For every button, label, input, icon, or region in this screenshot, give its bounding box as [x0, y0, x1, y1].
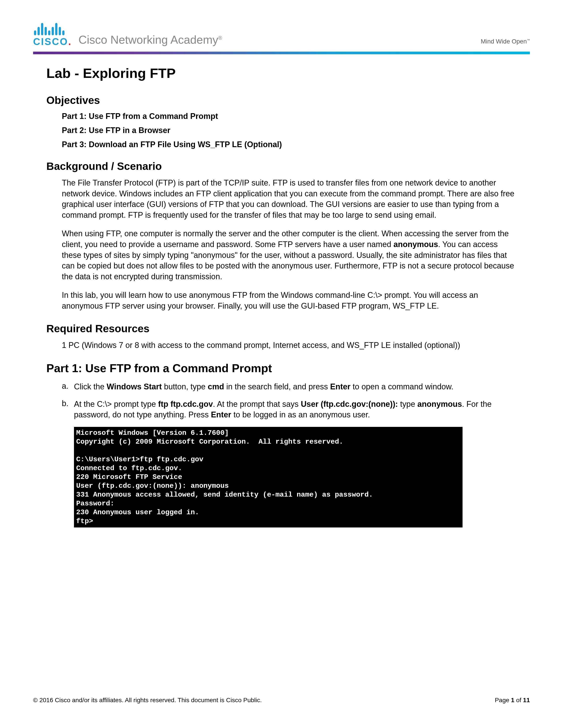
- background-paragraph: The File Transfer Protocol (FTP) is part…: [46, 178, 517, 220]
- tagline: Mind Wide Open™: [481, 38, 530, 47]
- lab-title: Lab - Exploring FTP: [46, 65, 517, 81]
- step-text: At the C:\> prompt type ftp ftp.cdc.gov.…: [74, 399, 517, 420]
- step-text: Click the Windows Start button, type cmd…: [74, 381, 517, 392]
- part1-heading: Part 1: Use FTP from a Command Prompt: [46, 362, 517, 375]
- paragraph-text: When using FTP, one computer is normally…: [62, 228, 517, 282]
- academy-title: Cisco Networking Academy®: [79, 33, 222, 47]
- objective-item: Part 1: Use FTP from a Command Prompt: [62, 112, 517, 121]
- objective-item: Part 2: Use FTP in a Browser: [62, 126, 517, 135]
- page-header: CISCO. Cisco Networking Academy® Mind Wi…: [33, 22, 530, 52]
- step-marker: b.: [62, 399, 74, 420]
- divider-gradient: [33, 52, 530, 54]
- step-a: a. Click the Windows Start button, type …: [62, 381, 517, 392]
- cisco-logo: CISCO.: [33, 22, 72, 47]
- cisco-bars-icon: [34, 22, 64, 35]
- background-paragraph: In this lab, you will learn how to use a…: [46, 290, 517, 311]
- objectives-heading: Objectives: [46, 94, 517, 106]
- logo-block: CISCO. Cisco Networking Academy®: [33, 22, 222, 47]
- step-marker: a.: [62, 381, 74, 392]
- paragraph-text: 1 PC (Windows 7 or 8 with access to the …: [62, 340, 517, 351]
- step-b: b. At the C:\> prompt type ftp ftp.cdc.g…: [62, 399, 517, 420]
- background-paragraph: When using FTP, one computer is normally…: [46, 228, 517, 282]
- objective-item: Part 3: Download an FTP File Using WS_FT…: [62, 140, 517, 149]
- background-heading: Background / Scenario: [46, 160, 517, 172]
- terminal-output: Microsoft Windows [Version 6.1.7600] Cop…: [74, 427, 463, 527]
- resources-text: 1 PC (Windows 7 or 8 with access to the …: [46, 340, 517, 351]
- paragraph-text: In this lab, you will learn how to use a…: [62, 290, 517, 311]
- resources-heading: Required Resources: [46, 323, 517, 335]
- page-number: Page 1 of 11: [495, 697, 530, 704]
- copyright-text: © 2016 Cisco and/or its affiliates. All …: [33, 697, 262, 704]
- page-footer: © 2016 Cisco and/or its affiliates. All …: [33, 697, 530, 704]
- paragraph-text: The File Transfer Protocol (FTP) is part…: [62, 178, 517, 220]
- objectives-list: Part 1: Use FTP from a Command Prompt Pa…: [46, 112, 517, 149]
- cisco-wordmark: CISCO.: [33, 36, 72, 47]
